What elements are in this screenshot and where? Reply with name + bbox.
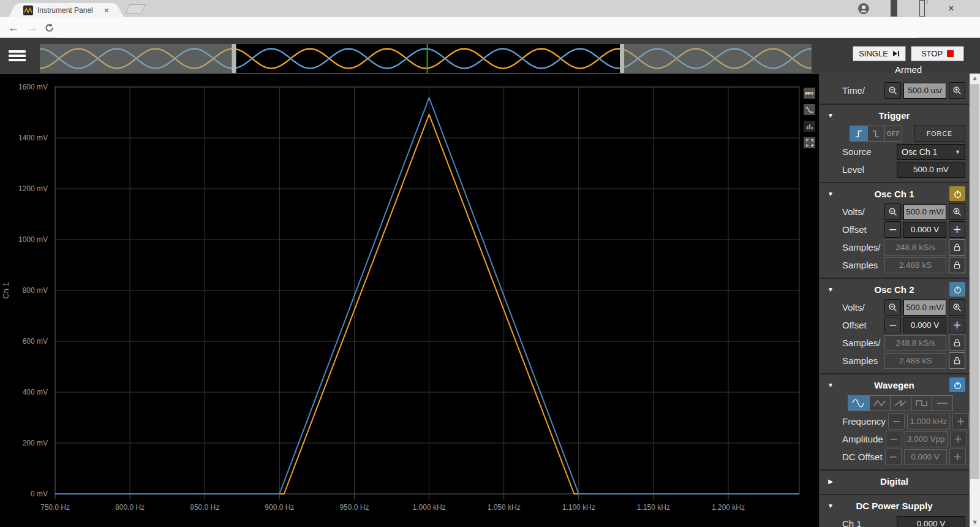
osc-ch2-power-button[interactable] — [949, 282, 965, 297]
wavegen-section: ▼ Wavegen Frequency − 1.000 kHz + Amplit… — [819, 373, 970, 469]
stop-button[interactable]: STOP — [911, 46, 964, 61]
dc-wave-button[interactable] — [932, 396, 952, 411]
fft-view-button[interactable]: FFT — [804, 88, 815, 99]
back-icon[interactable]: ← — [5, 19, 22, 36]
force-trigger-button[interactable]: FORCE — [914, 126, 965, 142]
dc-power-ch1-row: Ch 1 0.000 V — [842, 515, 965, 527]
wavegen-header[interactable]: ▼ Wavegen — [819, 376, 970, 393]
svg-text:950.0 Hz: 950.0 Hz — [339, 503, 369, 512]
osc-ch1-power-button[interactable] — [949, 186, 965, 201]
offset-decrement-button[interactable]: − — [884, 317, 901, 333]
volts-zoom-in-button[interactable] — [949, 299, 965, 316]
filter-curve-button[interactable] — [804, 104, 815, 115]
sine-wave-button[interactable] — [848, 396, 869, 411]
wave-type-row — [848, 395, 953, 411]
volts-zoom-out-button[interactable] — [884, 299, 901, 316]
osc-ch2-offset-value[interactable]: 0.000 V — [903, 317, 946, 333]
svg-text:1400 mV: 1400 mV — [18, 134, 48, 142]
samples-lock-button[interactable] — [949, 257, 965, 273]
bar-chart-button[interactable] — [804, 121, 815, 132]
scroll-up-icon[interactable]: ▲ — [970, 74, 980, 83]
svg-text:400 mV: 400 mV — [23, 388, 48, 396]
instrument-sidebar: Time/ 500.0 us/ ▼ Trigger OFF — [819, 74, 970, 527]
trigger-mode-row: OFF FORCE — [850, 126, 965, 142]
square-wave-button[interactable] — [911, 396, 932, 411]
svg-text:600 mV: 600 mV — [23, 337, 48, 346]
falling-edge-button[interactable] — [867, 126, 884, 141]
volts-label: Volts/ — [842, 302, 882, 313]
osc-ch2-header[interactable]: ▼ Osc Ch 2 — [819, 281, 970, 298]
sawtooth-wave-button[interactable] — [890, 396, 911, 411]
timeline-strip[interactable] — [40, 44, 812, 73]
offset-increment-button[interactable]: + — [949, 221, 965, 238]
tab-title: Instrument Panel — [37, 6, 103, 15]
trigger-level-value[interactable]: 500.0 mV — [897, 162, 965, 178]
osc-ch1-header[interactable]: ▼ Osc Ch 1 — [819, 185, 970, 202]
volts-zoom-out-button[interactable] — [884, 203, 901, 220]
close-window-button[interactable]: × — [937, 0, 965, 17]
new-tab-button[interactable] — [125, 4, 146, 14]
dc-power-header[interactable]: ▼ DC Power Supply — [819, 497, 970, 514]
stop-square-icon — [947, 50, 954, 57]
samples-label: Samples — [842, 355, 882, 366]
wavegen-power-button[interactable] — [949, 377, 965, 392]
trigger-source-select[interactable]: Osc Ch 1 ▼ — [897, 144, 965, 160]
osc-ch2-samples-value: 2.488 kS — [884, 353, 946, 369]
osc-ch1-offset-row: Offset − 0.000 V + — [842, 221, 965, 238]
offset-increment-button[interactable]: + — [949, 317, 965, 333]
time-zoom-out-button[interactable] — [884, 82, 901, 99]
offset-decrement-button[interactable]: − — [884, 221, 901, 238]
trigger-header[interactable]: ▼ Trigger — [819, 107, 970, 124]
amplitude-label: Amplitude — [842, 434, 883, 444]
osc-ch2-rate-row: Samples/ 248.8 kS/s — [842, 335, 965, 351]
rate-lock-button[interactable] — [949, 239, 965, 256]
osc-ch2-volts-value[interactable]: 500.0 mV/ — [903, 300, 946, 316]
oscilloscope-chart[interactable]: 0 mV200 mV400 mV600 mV800 mV1000 mV1200 … — [0, 74, 819, 527]
osc-ch1-samples-value: 2.488 kS — [884, 257, 946, 273]
offset-label: Offset — [842, 224, 882, 235]
stop-label: STOP — [921, 49, 943, 58]
svg-text:1000 mV: 1000 mV — [18, 235, 48, 244]
restore-button[interactable] — [909, 0, 935, 17]
osc-ch1-volts-value[interactable]: 500.0 mV/ — [903, 204, 946, 220]
svg-text:200 mV: 200 mV — [23, 439, 48, 447]
app-toolbar: SINGLE STOP Armed — [0, 38, 980, 74]
volts-zoom-in-button[interactable] — [949, 203, 965, 220]
svg-text:1.100 kHz: 1.100 kHz — [562, 503, 595, 512]
source-value: Osc Ch 1 — [902, 147, 937, 157]
minimize-button[interactable] — [881, 0, 907, 17]
osc-ch2-rate-value: 248.8 kS/s — [884, 335, 946, 351]
browser-tab[interactable]: Instrument Panel × — [18, 3, 114, 17]
svg-text:1.150 kHz: 1.150 kHz — [637, 503, 670, 512]
rising-edge-button[interactable] — [850, 126, 867, 141]
time-value[interactable]: 500.0 us/ — [903, 83, 946, 99]
triangle-wave-button[interactable] — [869, 396, 890, 411]
digital-header[interactable]: ▶ Digital — [819, 472, 970, 490]
scroll-down-icon[interactable]: ▼ — [970, 518, 980, 527]
oscilloscope-chart-area[interactable]: 0 mV200 mV400 mV600 mV800 mV1000 mV1200 … — [0, 74, 819, 527]
amplitude-value: 3.000 Vpp — [905, 431, 948, 447]
single-button[interactable]: SINGLE — [853, 46, 906, 61]
svg-text:1.050 kHz: 1.050 kHz — [488, 503, 521, 512]
trigger-section: ▼ Trigger OFF FORCE Source Osc Ch 1 ▼ — [819, 104, 970, 182]
samples-lock-button[interactable] — [949, 352, 965, 369]
trigger-off-button[interactable]: OFF — [884, 126, 902, 141]
expand-fullscreen-button[interactable] — [804, 137, 815, 148]
reload-icon[interactable] — [40, 19, 58, 36]
dropdown-caret-icon: ▼ — [955, 149, 960, 155]
hamburger-menu-icon[interactable] — [9, 48, 26, 63]
profile-icon[interactable] — [853, 0, 875, 17]
tab-close-icon[interactable]: × — [103, 6, 110, 15]
scrollbar-thumb[interactable] — [970, 84, 979, 479]
svg-text:900.0 Hz: 900.0 Hz — [265, 503, 294, 512]
rate-lock-button[interactable] — [949, 335, 965, 351]
amplitude-increment-button: + — [950, 431, 967, 447]
svg-text:800 mV: 800 mV — [23, 286, 48, 295]
svg-text:0 mV: 0 mV — [31, 490, 48, 498]
dc-ch1-value[interactable]: 0.000 V — [897, 516, 965, 527]
sidebar-scrollbar[interactable]: ▲ ▼ — [970, 74, 980, 527]
dc-power-section: ▼ DC Power Supply Ch 1 0.000 V — [819, 494, 970, 527]
time-zoom-in-button[interactable] — [949, 82, 965, 99]
wavegen-dc-offset-row: DC Offset − 0.000 V + — [842, 449, 965, 465]
osc-ch1-offset-value[interactable]: 0.000 V — [903, 222, 946, 238]
